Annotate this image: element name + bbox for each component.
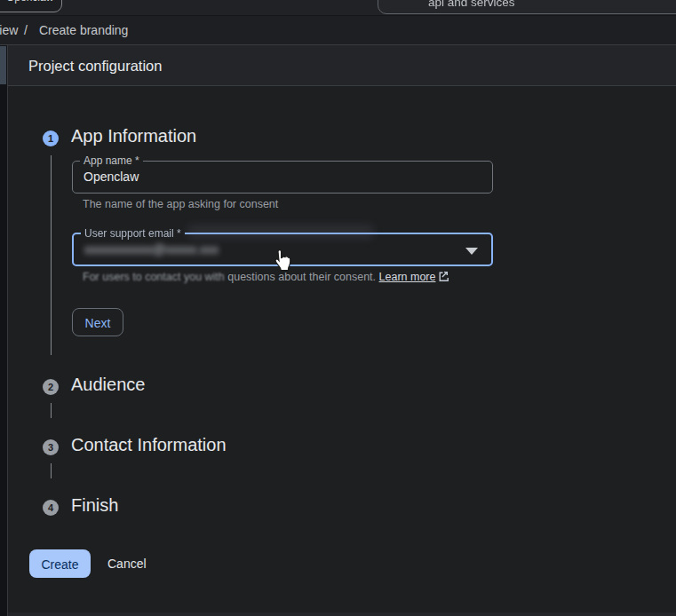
create-button[interactable]: Create xyxy=(29,549,91,578)
step-2-indicator: 2 xyxy=(43,379,59,395)
panel-content: 1 App Information App name * Openclaw Th… xyxy=(8,87,676,612)
step-1-number: 1 xyxy=(48,133,53,144)
step-1-connector xyxy=(51,155,52,355)
step-4-indicator: 4 xyxy=(43,500,59,516)
step-2-title: Audience xyxy=(71,375,145,395)
left-gutter xyxy=(0,45,7,616)
bottom-strip xyxy=(8,612,676,616)
panel-header: Project configuration xyxy=(8,45,676,86)
app-name-helper: The name of the app asking for consent xyxy=(83,198,278,210)
scrollbar-thumb[interactable] xyxy=(0,46,6,84)
browser-tab-api-services[interactable]: api and services xyxy=(378,0,676,14)
breadcrumb-current: Create branding xyxy=(39,16,128,44)
screen: Openclaw api and services Overview / Cre… xyxy=(0,0,676,616)
app-name-value[interactable]: Openclaw xyxy=(84,162,139,193)
step-2-connector xyxy=(51,403,52,418)
dropdown-arrow-icon[interactable] xyxy=(465,248,478,255)
step-1-title: App Information xyxy=(71,126,196,146)
step-3-number: 3 xyxy=(48,442,53,453)
external-link-icon xyxy=(438,271,449,284)
step-4-number: 4 xyxy=(48,502,53,513)
learn-more-link[interactable]: Learn more xyxy=(379,271,436,283)
breadcrumb-separator: / xyxy=(24,16,28,44)
next-button[interactable]: Next xyxy=(72,308,123,336)
page-title: Project configuration xyxy=(28,45,162,86)
browser-topbar: Openclaw api and services xyxy=(0,0,676,16)
support-email-field[interactable]: User support email * xxxxxxxxxxx@xxxxx.x… xyxy=(72,233,493,266)
step-3-connector xyxy=(51,463,52,478)
support-email-helper-blurred: For users to contact you with xyxy=(83,271,227,283)
breadcrumb-parent[interactable]: Overview xyxy=(0,16,18,44)
browser-tab-api-label: api and services xyxy=(428,0,515,9)
support-email-helper: For users to contact you with questions … xyxy=(83,271,449,284)
step-4-title: Finish xyxy=(71,495,118,516)
cancel-button[interactable]: Cancel xyxy=(97,549,157,578)
step-1-indicator: 1 xyxy=(43,130,59,146)
step-3-indicator: 3 xyxy=(43,439,59,455)
step-3-title: Contact Information xyxy=(71,435,227,455)
step-2-number: 2 xyxy=(48,382,53,392)
browser-tab-label: Openclaw xyxy=(6,0,53,4)
support-email-helper-clear: questions about their consent. xyxy=(227,271,378,283)
browser-tab-openclaw[interactable]: Openclaw xyxy=(0,0,62,12)
breadcrumb: Overview / Create branding xyxy=(0,16,676,45)
app-name-field[interactable]: App name * Openclaw xyxy=(72,161,493,193)
support-email-value-redacted[interactable]: xxxxxxxxxxx@xxxxx.xxx xyxy=(84,234,219,265)
